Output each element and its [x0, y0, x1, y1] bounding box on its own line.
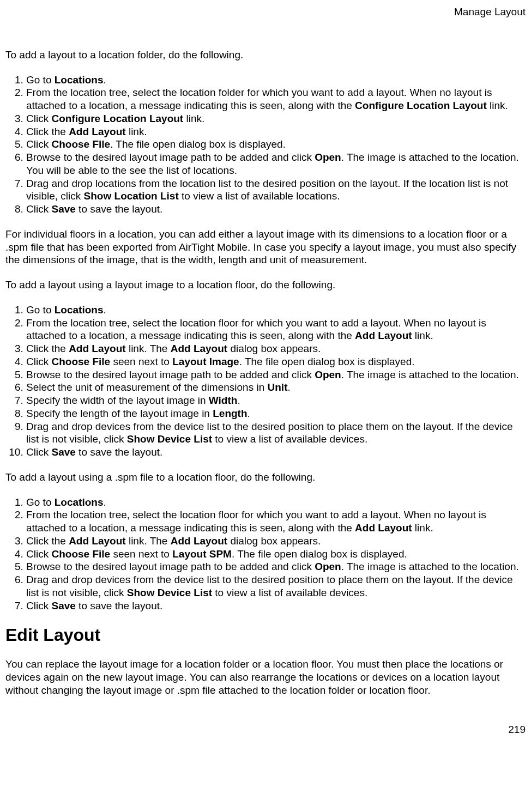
list-item: Drag and drop devices from the device li…	[26, 420, 526, 446]
header-title: Manage Layout	[454, 6, 526, 17]
list-item: Browse to the desired layout image path …	[26, 151, 526, 177]
list-item: Browse to the desired layout image path …	[26, 368, 526, 381]
list-item: Select the unit of measurement of the di…	[26, 381, 526, 394]
list-item: Go to Locations.	[26, 74, 526, 87]
procedure-list-2: Go to Locations. From the location tree,…	[5, 304, 526, 459]
intro-paragraph-2: To add a layout using a layout image to …	[5, 278, 526, 292]
list-item: Click Configure Location Layout link.	[26, 112, 526, 125]
intro-paragraph-3: To add a layout using a .spm file to a l…	[5, 471, 526, 484]
list-item: Drag and drop devices from the device li…	[26, 573, 526, 599]
page-header: Manage Layout	[5, 5, 526, 19]
body-paragraph-1: For individual floors in a location, you…	[5, 228, 526, 266]
list-item: From the location tree, select the locat…	[26, 86, 526, 112]
procedure-list-1: Go to Locations. From the location tree,…	[5, 74, 526, 216]
list-item: Click Choose File. The file open dialog …	[26, 138, 526, 151]
list-item: Click the Add Layout link. The Add Layou…	[26, 342, 526, 355]
list-item: Click Save to save the layout.	[26, 203, 526, 216]
page-number: 219	[508, 724, 526, 735]
procedure-list-3: Go to Locations. From the location tree,…	[5, 496, 526, 613]
list-item: Click Choose File seen next to Layout SP…	[26, 548, 526, 561]
list-item: Go to Locations.	[26, 496, 526, 509]
list-item: Click Choose File seen next to Layout Im…	[26, 355, 526, 368]
list-item: Click the Add Layout link.	[26, 125, 526, 138]
list-item: Click Save to save the layout.	[26, 446, 526, 459]
list-item: Drag and drop locations from the locatio…	[26, 177, 526, 203]
page-footer: 219	[5, 723, 526, 736]
list-item: Specify the length of the layout image i…	[26, 407, 526, 420]
intro-paragraph-1: To add a layout to a location folder, do…	[5, 49, 526, 62]
list-item: Click the Add Layout link. The Add Layou…	[26, 535, 526, 548]
section-heading-edit-layout: Edit Layout	[5, 624, 526, 646]
list-item: From the location tree, select the locat…	[26, 508, 526, 535]
list-item: From the location tree, select the locat…	[26, 317, 526, 343]
body-paragraph-2: You can replace the layout image for a l…	[5, 658, 526, 696]
list-item: Click Save to save the layout.	[26, 599, 526, 613]
list-item: Specify the width of the layout image in…	[26, 394, 526, 407]
list-item: Go to Locations.	[26, 304, 526, 317]
list-item: Browse to the desired layout image path …	[26, 560, 526, 573]
